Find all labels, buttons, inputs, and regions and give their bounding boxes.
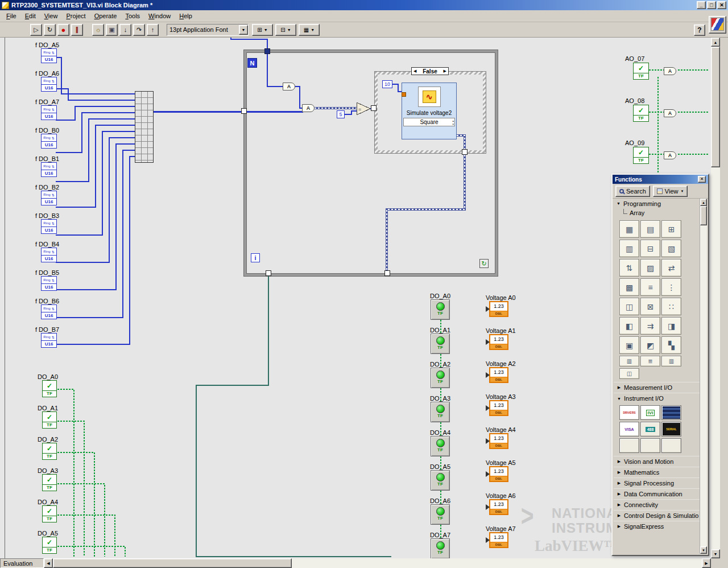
numeric-indicator-terminal[interactable]: 1.23 DBL — [489, 400, 508, 416]
and-gate[interactable]: A — [664, 151, 676, 159]
scroll-down-button[interactable]: ▼ — [700, 546, 707, 554]
palette-instrument-icon[interactable] — [661, 405, 681, 420]
palette-function-icon[interactable]: ≣ — [640, 356, 660, 367]
close-button[interactable]: ✕ — [717, 1, 726, 9]
palette-instrument-icon[interactable]: IVI — [640, 405, 660, 420]
ring-terminal[interactable]: Ring ⇅ U16 — [41, 162, 57, 177]
palette-function-icon[interactable]: ▧ — [661, 240, 681, 257]
maximize-button[interactable]: □ — [707, 1, 716, 9]
palette-section-programming[interactable]: ▼ Programming — [614, 199, 700, 208]
palette-category[interactable]: ▶ Connectivity — [614, 499, 700, 510]
palette-function-icon[interactable]: ◩ — [640, 336, 660, 354]
numeric-constant-10[interactable]: 10 — [382, 80, 392, 88]
palette-instrument-icon[interactable]: VISA — [619, 422, 639, 437]
boolean-terminal[interactable]: ✓ TF — [633, 147, 649, 164]
menu-item[interactable]: Window — [144, 11, 175, 21]
functions-palette[interactable]: Functions ✕ Search View ▼ ▼ Programming … — [611, 174, 709, 556]
boolean-terminal[interactable]: ✓ TF — [42, 505, 57, 522]
palette-instrument-icon[interactable]: SERIAL — [661, 422, 681, 437]
palette-subsection-array[interactable]: Array — [614, 208, 700, 217]
led-boolean-terminal[interactable]: TF — [431, 504, 450, 525]
ring-terminal[interactable]: Ring ⇅ U16 — [41, 105, 57, 120]
palette-function-icon[interactable]: ∷ — [661, 298, 681, 315]
express-vi-simulate-voltage[interactable]: ∿ Simulate voltage2 Square ▴▾ — [402, 83, 457, 139]
scroll-thumb[interactable] — [53, 558, 292, 568]
palette-function-icon[interactable]: ▚ — [661, 336, 681, 354]
case-next-icon[interactable]: ▶ — [444, 69, 446, 73]
and-gate[interactable]: A — [664, 67, 676, 75]
palette-function-icon[interactable]: ⊠ — [640, 298, 660, 315]
boolean-terminal[interactable]: ✓ TF — [42, 411, 57, 429]
palette-function-icon[interactable]: ⇅ — [619, 259, 639, 277]
palette-function-icon[interactable]: ⊞ — [661, 220, 681, 238]
ring-terminal[interactable]: Ring ⇅ U16 — [41, 304, 57, 319]
menu-item[interactable]: Tools — [121, 11, 144, 21]
scroll-right-button[interactable]: ▶ — [702, 558, 711, 568]
chevron-down-icon[interactable]: ▼ — [239, 25, 248, 35]
ring-terminal[interactable]: Ring ⇅ U16 — [41, 276, 57, 291]
toolbar-button[interactable]: ● — [57, 24, 69, 36]
led-boolean-terminal[interactable]: TF — [431, 470, 450, 491]
palette-instrument-icon[interactable]: 488 — [640, 422, 660, 437]
led-boolean-terminal[interactable]: TF — [431, 299, 450, 320]
scroll-track[interactable] — [53, 558, 702, 568]
toolbar-dropdown[interactable]: ⊞ ▼ — [252, 24, 273, 36]
boolean-terminal[interactable]: ✓ TF — [42, 443, 57, 460]
ring-terminal[interactable]: Ring ⇅ U16 — [41, 77, 57, 92]
toolbar-button[interactable]: ↑ — [147, 24, 159, 36]
palette-close-button[interactable]: ✕ — [698, 176, 706, 183]
menu-item[interactable]: File — [2, 11, 21, 21]
palette-function-icon[interactable]: ▥ — [661, 356, 681, 367]
toolbar-dropdown[interactable]: ▦ ▼ — [299, 24, 320, 36]
ring-terminal[interactable]: Ring ⇅ U16 — [41, 333, 57, 348]
scroll-down-button[interactable]: ▼ — [711, 549, 720, 558]
toolbar-button[interactable]: ∥ — [71, 24, 83, 36]
scroll-thumb[interactable] — [711, 47, 720, 167]
palette-function-icon[interactable]: ◧ — [619, 317, 639, 335]
led-boolean-terminal[interactable]: TF — [431, 334, 450, 354]
palette-titlebar[interactable]: Functions ✕ — [613, 175, 708, 184]
palette-category[interactable]: ▶ Mathematics — [614, 467, 700, 478]
numeric-indicator-terminal[interactable]: 1.23 DBL — [489, 301, 508, 317]
numeric-indicator-terminal[interactable]: 1.23 DBL — [489, 334, 508, 350]
palette-category[interactable]: ▶ Vision and Motion — [614, 456, 700, 467]
palette-function-icon[interactable]: ⇉ — [640, 317, 660, 335]
palette-search-button[interactable]: Search — [615, 186, 650, 197]
palette-instrument-icon[interactable] — [661, 438, 681, 453]
boolean-terminal[interactable]: ✓ TF — [42, 537, 57, 554]
case-selector[interactable]: ◀ False ▶ — [411, 67, 449, 75]
palette-scrollbar[interactable]: ▲ ▼ — [700, 199, 707, 554]
palette-category[interactable]: ▼ Instrument I/O — [614, 393, 700, 404]
labview-logo-button[interactable] — [709, 16, 726, 34]
scroll-up-button[interactable]: ▲ — [700, 199, 707, 206]
toolbar-button[interactable]: ↷ — [133, 24, 145, 36]
menu-item[interactable]: View — [40, 11, 63, 21]
menu-item[interactable]: Edit — [21, 11, 40, 21]
menu-item[interactable]: Operate — [90, 11, 122, 21]
and-gate[interactable]: A — [664, 109, 676, 117]
menu-item[interactable]: Help — [175, 11, 197, 21]
minimize-button[interactable]: _ — [697, 1, 706, 9]
scroll-left-button[interactable]: ◀ — [44, 558, 53, 568]
led-boolean-terminal[interactable]: TF — [431, 436, 450, 456]
titlebar[interactable]: RTP2300_SYSTEMTEST_VI3.vi Block Diagram … — [0, 0, 728, 10]
numeric-indicator-terminal[interactable]: 1.23 DBL — [489, 532, 508, 548]
scroll-track[interactable] — [711, 47, 720, 549]
palette-function-icon[interactable]: ▣ — [619, 336, 639, 354]
led-boolean-terminal[interactable]: TF — [431, 368, 450, 388]
palette-function-icon[interactable]: ⊟ — [640, 240, 660, 257]
toolbar-button[interactable]: ☼ — [92, 24, 104, 36]
ring-terminal[interactable]: Ring ⇅ U16 — [41, 248, 57, 262]
palette-function-icon[interactable]: ◫ — [619, 368, 639, 379]
toolbar-button[interactable]: ▣ — [106, 24, 118, 36]
case-prev-icon[interactable]: ◀ — [413, 69, 416, 73]
toolbar-button[interactable]: ▷ — [30, 24, 42, 36]
palette-function-icon[interactable]: ▥ — [619, 240, 639, 257]
font-selector[interactable]: 13pt Application Font ▼ — [167, 24, 249, 36]
numeric-constant-5[interactable]: 5 — [337, 110, 345, 118]
boolean-terminal[interactable]: ✓ TF — [633, 63, 649, 80]
scroll-thumb[interactable] — [700, 206, 707, 225]
ring-terminal[interactable]: Ring ⇅ U16 — [41, 48, 57, 63]
palette-category[interactable]: ▶ Data Communication — [614, 488, 700, 499]
palette-function-icon[interactable]: ▥ — [619, 356, 639, 367]
